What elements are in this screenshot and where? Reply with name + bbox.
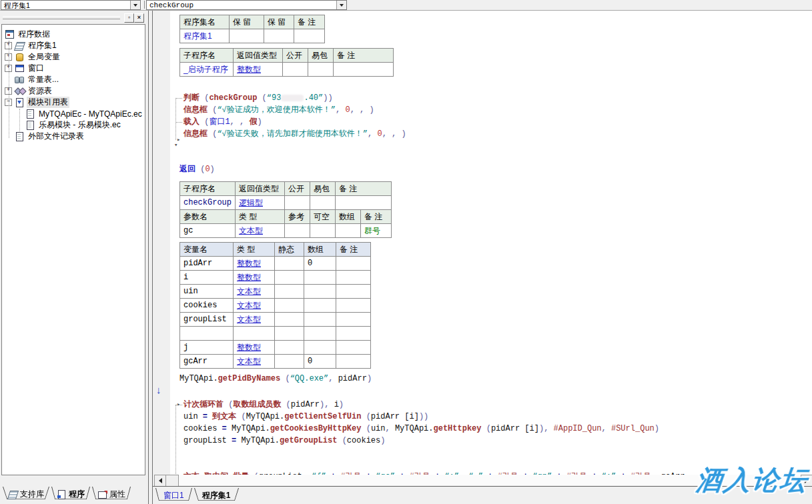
panel-float-button[interactable]: ▫ (124, 13, 134, 23)
tab-support-library[interactable]: 支持库 (3, 487, 49, 503)
chevron-down-icon[interactable] (336, 1, 346, 9)
table-cell[interactable]: 文本型 (236, 224, 285, 238)
table-cell[interactable]: cookies (180, 299, 234, 313)
table-cell[interactable]: gcArr (180, 355, 234, 369)
startup-code-block[interactable]: ▸ ▾ 判断 (checkGroup (“93.40”))信息框 (“√验证成功… (173, 92, 406, 140)
table-cell[interactable]: 整数型 (234, 341, 275, 355)
table-cell[interactable] (336, 257, 371, 271)
scroll-left-button[interactable] (154, 475, 166, 487)
table-header-cell[interactable]: 公开 (285, 182, 310, 196)
tab-properties[interactable]: 属性 (92, 487, 131, 503)
table-cell[interactable] (285, 196, 310, 210)
table-header-cell[interactable]: 备 注 (334, 49, 394, 63)
code-line[interactable]: 信息框 (“√验证成功，欢迎使用本软件！”, 0, , ) (173, 104, 406, 116)
table-header-cell[interactable]: 参考 (285, 210, 310, 224)
table-header-cell[interactable]: 程序集名 (180, 15, 230, 29)
table-cell[interactable]: j (180, 341, 234, 355)
tree-item-全局变量[interactable]: +全局变量 (2, 51, 145, 63)
table-header-cell[interactable]: 备 注 (294, 15, 325, 29)
table-cell[interactable] (334, 63, 394, 77)
tree-item-模块引用表[interactable]: −模块引用表 (2, 97, 145, 108)
table-header-cell[interactable]: 易包 (310, 182, 336, 196)
table-cell[interactable] (304, 271, 336, 285)
table-cell[interactable] (180, 327, 234, 341)
table-cell[interactable] (230, 29, 264, 43)
table-cell[interactable] (304, 285, 336, 299)
code-line[interactable]: uin = 到文本 (MyTQApi.getClientSelfUin (pid… (173, 411, 812, 423)
table-header-cell[interactable]: 备 注 (336, 243, 371, 257)
tree-item-程序集1[interactable]: +程序集1 (2, 40, 145, 51)
tab-program[interactable]: 程序 (51, 487, 90, 503)
table-cell[interactable] (336, 299, 371, 313)
table-header-cell[interactable]: 保 留 (264, 15, 294, 29)
panel-close-button[interactable]: × (134, 13, 144, 23)
tab-assembly1[interactable]: 程序集1 (194, 488, 239, 504)
table-cell[interactable] (336, 196, 392, 210)
table-cell[interactable]: checkGroup (180, 196, 236, 210)
table-cell[interactable] (234, 327, 275, 341)
assembly-combobox[interactable]: 程序集1 (1, 0, 141, 10)
table-cell[interactable]: 整数型 (234, 257, 275, 271)
panel-grip[interactable] (3, 16, 120, 19)
table-cell[interactable] (304, 313, 336, 327)
table-cell[interactable] (275, 313, 304, 327)
table-cell[interactable] (336, 355, 371, 369)
code-line[interactable]: 判断 (checkGroup (“93.40”)) (173, 92, 406, 104)
code-line[interactable]: MyTQApi.getPidByNames (“QQ.exe”, pidArr) (179, 373, 372, 385)
table-header-cell[interactable]: 返回值类型 (236, 182, 285, 196)
table-cell[interactable]: 文本型 (234, 299, 275, 313)
tree-item-外部文件记录表[interactable]: 外部文件记录表 (2, 131, 145, 142)
table-cell[interactable] (283, 63, 308, 77)
code-line[interactable]: 载入 (窗口1, , 假) (173, 116, 406, 128)
table-cell[interactable]: groupList (180, 313, 234, 327)
table-cell[interactable]: 文本型 (234, 355, 275, 369)
subroutine-combobox[interactable]: checkGroup (146, 0, 347, 10)
code-line[interactable]: groupList = MyTQApi.getGroupList (cookie… (173, 435, 812, 447)
table-header-cell[interactable]: 返回值类型 (234, 49, 283, 63)
table-cell[interactable]: uin (180, 285, 234, 299)
table-header-cell[interactable]: 变量名 (180, 243, 234, 257)
table-cell[interactable] (264, 29, 294, 43)
table-cell[interactable] (336, 271, 371, 285)
code-line[interactable]: cookies = MyTQApi.getCookiesByHttpKey (u… (173, 423, 812, 435)
table-cell[interactable] (304, 327, 336, 341)
table-header-cell[interactable]: 子程序名 (180, 182, 236, 196)
table-cell[interactable]: pidArr (180, 257, 234, 271)
table-cell[interactable]: _启动子程序 (180, 63, 234, 77)
table-cell[interactable]: 0 (304, 355, 336, 369)
table-header-cell[interactable]: 数组 (304, 243, 336, 257)
table-header-cell[interactable]: 参数名 (180, 210, 236, 224)
tree-item-资源表[interactable]: +资源表 (2, 85, 145, 97)
table-header-cell[interactable]: 类 型 (234, 243, 275, 257)
scrollbar-thumb[interactable] (165, 475, 179, 487)
table-cell[interactable] (336, 327, 371, 341)
code-line[interactable]: 计次循环首 (取数组成员数 (pidArr), i) (173, 399, 812, 411)
table-cell[interactable] (285, 224, 310, 238)
table-cell[interactable] (336, 341, 371, 355)
table-cell[interactable]: gc (180, 224, 236, 238)
table-cell[interactable]: 程序集1 (180, 29, 230, 43)
code-line[interactable]: 返回 (0) (179, 163, 215, 175)
table-cell[interactable] (336, 313, 371, 327)
table-cell[interactable] (304, 299, 336, 313)
tree-item-程序数据[interactable]: 程序数据 (2, 29, 145, 40)
table-header-cell[interactable]: 备 注 (361, 210, 392, 224)
table-header-cell[interactable]: 类 型 (236, 210, 285, 224)
tree-item-MyTQApiEc-MyTQApiEc-ec[interactable]: MyTQApiEc - MyTQApiEc.ec (2, 108, 145, 119)
table-cell[interactable]: 整数型 (234, 271, 275, 285)
table-cell[interactable] (275, 271, 304, 285)
table-header-cell[interactable]: 公开 (283, 49, 308, 63)
table-cell[interactable] (294, 29, 325, 43)
table-cell[interactable] (275, 341, 304, 355)
table-cell[interactable] (275, 327, 304, 341)
chevron-down-icon[interactable] (130, 1, 140, 9)
table-header-cell[interactable]: 保 留 (230, 15, 264, 29)
table-cell[interactable] (275, 257, 304, 271)
table-cell[interactable]: 群号 (361, 224, 392, 238)
table-cell[interactable] (336, 285, 371, 299)
tab-window1[interactable]: 窗口1 (155, 488, 192, 504)
code-line[interactable]: 信息框 (“√验证失败，请先加群才能使用本软件！”, 0, , ) (173, 128, 406, 140)
table-cell[interactable]: 文本型 (234, 313, 275, 327)
table-cell[interactable]: 逻辑型 (236, 196, 285, 210)
table-cell[interactable] (310, 224, 336, 238)
